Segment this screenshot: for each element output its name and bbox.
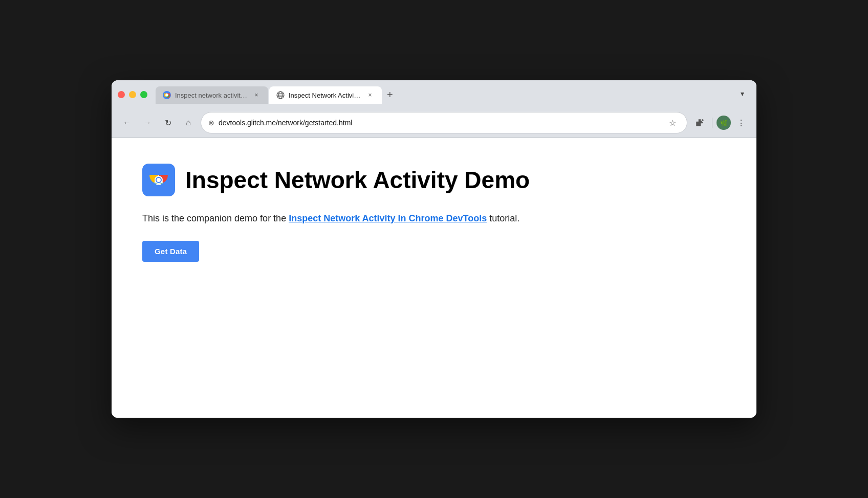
globe-tab-icon [276, 91, 285, 99]
url-input[interactable] [219, 119, 661, 127]
address-bar[interactable]: ⊜ ☆ [201, 112, 687, 133]
page-title: Inspect Network Activity Demo [185, 167, 530, 193]
chrome-navbar: ← → ↻ ⌂ ⊜ ☆ 🌿 ⋮ [112, 108, 756, 138]
tabs-row: Inspect network activity | Ch × Inspect … [156, 85, 750, 104]
maximize-window-button[interactable] [140, 91, 147, 98]
new-tab-button[interactable]: + [383, 87, 397, 102]
page-description: This is the companion demo for the Inspe… [142, 212, 726, 225]
home-button[interactable]: ⌂ [180, 115, 197, 131]
tab-1[interactable]: Inspect network activity | Ch × [156, 86, 268, 104]
site-info-icon: ⊜ [208, 119, 214, 127]
user-avatar-button[interactable]: 🌿 [717, 116, 731, 130]
chrome-titlebar: Inspect network activity | Ch × Inspect … [112, 80, 756, 108]
page-content: Inspect Network Activity Demo This is th… [112, 138, 756, 418]
reload-button[interactable]: ↻ [160, 115, 176, 131]
svg-text:🌿: 🌿 [720, 119, 728, 127]
avatar-icon: 🌿 [719, 118, 728, 127]
devtools-link[interactable]: Inspect Network Activity In Chrome DevTo… [289, 213, 487, 223]
tab-1-title: Inspect network activity | Ch [175, 92, 248, 99]
more-options-button[interactable]: ⋮ [733, 115, 749, 131]
navbar-actions: 🌿 ⋮ [691, 115, 749, 131]
browser-window: Inspect network activity | Ch × Inspect … [112, 80, 756, 418]
chrome-logo-icon [146, 168, 171, 192]
extension-button[interactable] [691, 115, 708, 131]
puzzle-icon [695, 118, 704, 127]
get-data-button[interactable]: Get Data [142, 241, 199, 262]
address-actions: ☆ [665, 116, 680, 130]
tab-1-close-button[interactable]: × [252, 90, 261, 100]
tab-2-close-button[interactable]: × [365, 90, 375, 100]
tab-dropdown-button[interactable]: ▾ [734, 85, 750, 102]
navbar-divider [712, 118, 712, 128]
svg-point-14 [157, 178, 161, 182]
back-button[interactable]: ← [119, 115, 135, 131]
window-controls [118, 91, 147, 98]
close-window-button[interactable] [118, 91, 125, 98]
description-suffix: tutorial. [487, 213, 519, 223]
tab-2[interactable]: Inspect Network Activity Dem × [269, 86, 382, 104]
description-prefix: This is the companion demo for the [142, 213, 289, 223]
chrome-logo [142, 164, 175, 196]
minimize-window-button[interactable] [129, 91, 136, 98]
tab-2-title: Inspect Network Activity Dem [289, 92, 361, 99]
page-header: Inspect Network Activity Demo [142, 164, 726, 196]
chevron-down-icon: ▾ [741, 89, 744, 98]
bookmark-button[interactable]: ☆ [665, 116, 680, 130]
svg-point-2 [165, 94, 168, 97]
svg-rect-8 [696, 122, 701, 126]
chrome-tab-icon [163, 91, 171, 99]
forward-button[interactable]: → [139, 115, 156, 131]
chrome-top-row: Inspect network activity | Ch × Inspect … [118, 85, 750, 104]
